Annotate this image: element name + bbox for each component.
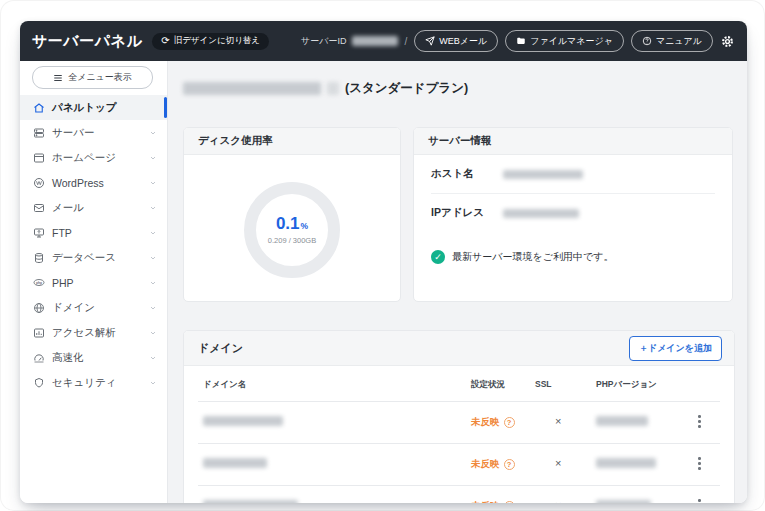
domain-card-header: ドメイン ＋ドメインを追加 (184, 331, 734, 366)
sidebar-item-domain[interactable]: ドメイン (20, 295, 167, 320)
php-version-redacted (596, 458, 656, 468)
chevron-down-icon (149, 354, 157, 362)
chevron-down-icon (149, 204, 157, 212)
status-badge: 未反映 ? (471, 500, 515, 503)
status-badge: 未反映 ? (471, 416, 515, 429)
svg-text:php: php (36, 281, 42, 285)
server-env-status: ✓ 最新サーバー環境をご利用中です。 (431, 250, 715, 264)
help-icon[interactable]: ? (504, 501, 515, 503)
server-id-label: サーバーID (301, 35, 346, 48)
file-manager-button[interactable]: ファイルマネージャ (505, 30, 624, 52)
account-name-redacted (183, 82, 321, 95)
help-icon[interactable]: ? (504, 417, 515, 428)
chevron-down-icon (149, 129, 157, 137)
sidebar-item-speed[interactable]: 高速化 (20, 345, 167, 370)
sidebar-item-panel-top[interactable]: パネルトップ (20, 95, 167, 120)
chevron-down-icon (149, 229, 157, 237)
sidebar-item-database[interactable]: データベース (20, 245, 167, 270)
status-badge: 未反映 ? (471, 458, 515, 471)
gear-icon[interactable] (720, 34, 735, 49)
domain-name-redacted (203, 416, 283, 426)
col-ssl: SSL (535, 379, 552, 389)
ftp-icon (33, 227, 45, 239)
ip-address-row: IPアドレス (431, 194, 715, 232)
server-env-message: 最新サーバー環境をご利用中です。 (452, 250, 613, 264)
database-icon (33, 252, 45, 264)
kebab-menu-icon[interactable] (696, 455, 703, 472)
domain-card: ドメイン ＋ドメインを追加 ドメイン名 設定状況 SSL PHPバージョン 未反… (183, 330, 735, 503)
chevron-down-icon (149, 279, 157, 287)
server-info-card: サーバー情報 ホスト名 IPアドレス ✓ 最新サーバー環境をご利用中です。 (413, 127, 733, 302)
app-title: サーバーパネル (32, 32, 142, 51)
col-status: 設定状況 (471, 379, 505, 391)
host-name-label: ホスト名 (431, 167, 503, 181)
sidebar-item-server[interactable]: サーバー (20, 120, 167, 145)
help-icon[interactable]: ? (504, 459, 515, 470)
chevron-down-icon (149, 329, 157, 337)
sidebar-item-mail[interactable]: メール (20, 195, 167, 220)
add-domain-button[interactable]: ＋ドメインを追加 (629, 336, 722, 361)
webmail-button[interactable]: WEBメール (414, 30, 498, 52)
kebab-menu-icon[interactable] (696, 413, 703, 430)
question-circle-icon (642, 36, 652, 46)
domain-name-redacted (203, 458, 267, 468)
domain-table-row[interactable]: 未反映 ? × (184, 401, 734, 443)
sidebar-item-access-analytics[interactable]: アクセス解析 (20, 320, 167, 345)
sidebar: 全メニュー表示 パネルトップ サーバー ホームページ WordPress (20, 61, 168, 503)
analytics-icon (33, 327, 45, 339)
disk-usage-title: ディスク使用率 (184, 128, 400, 155)
chevron-down-icon (149, 254, 157, 262)
sidebar-item-ftp[interactable]: FTP (20, 220, 167, 245)
disk-usage-percent: 0.1 % (276, 214, 308, 234)
wordpress-icon (33, 177, 45, 189)
kebab-menu-icon[interactable] (696, 497, 703, 503)
all-menu-button[interactable]: 全メニュー表示 (32, 66, 153, 89)
disk-usage-card: ディスク使用率 0.1 % 0.209 / 300GB (183, 127, 401, 302)
php-version-redacted (596, 416, 648, 426)
switch-design-icon: ⟳ (161, 36, 169, 46)
manual-button[interactable]: マニュアル (631, 30, 713, 52)
host-name-value-redacted (503, 170, 583, 179)
check-circle-icon: ✓ (431, 250, 445, 264)
chevron-down-icon (149, 154, 157, 162)
php-icon: php (33, 277, 45, 289)
globe-icon (33, 302, 45, 314)
header-separator: / (405, 36, 408, 47)
folder-icon (516, 36, 526, 46)
ssl-status: × (555, 499, 561, 503)
disk-usage-donut-chart: 0.1 % 0.209 / 300GB (244, 182, 340, 278)
switch-old-design-button[interactable]: ⟳ 旧デザインに切り替え (152, 33, 269, 50)
account-name-redacted-2 (327, 82, 339, 95)
server-icon (33, 127, 45, 139)
browser-icon (33, 152, 45, 164)
ip-address-value-redacted (503, 209, 579, 218)
domain-table-row[interactable]: 未反映 ? × (184, 443, 734, 485)
sidebar-item-homepage[interactable]: ホームページ (20, 145, 167, 170)
server-id: サーバーID (301, 35, 397, 48)
domain-title: ドメイン (198, 341, 243, 356)
account-title: (スタンダードプラン) (183, 80, 468, 97)
main-content: (スタンダードプラン) ディスク使用率 0.1 % 0.209 / 300GB … (168, 61, 747, 503)
disk-usage-amount: 0.209 / 300GB (268, 236, 316, 245)
sidebar-nav: パネルトップ サーバー ホームページ WordPress メール (20, 95, 167, 395)
mail-icon (33, 202, 45, 214)
php-version-redacted (596, 500, 651, 503)
paper-plane-icon (425, 36, 435, 46)
server-info-title: サーバー情報 (414, 128, 732, 155)
sidebar-item-security[interactable]: セキュリティ (20, 370, 167, 395)
server-id-value-redacted (352, 36, 398, 46)
ssl-status: × (555, 457, 561, 469)
ssl-status: × (555, 415, 561, 427)
speed-icon (33, 352, 45, 364)
chevron-down-icon (149, 379, 157, 387)
shield-icon (33, 377, 45, 389)
domain-table-row[interactable]: 未反映 ? × (184, 485, 734, 503)
chevron-down-icon (149, 179, 157, 187)
domain-name-redacted (203, 500, 298, 503)
server-panel-window: サーバーパネル ⟳ 旧デザインに切り替え サーバーID / WEBメール ファイ… (20, 21, 747, 503)
chevron-down-icon (149, 304, 157, 312)
top-header: サーバーパネル ⟳ 旧デザインに切り替え サーバーID / WEBメール ファイ… (20, 21, 747, 61)
sidebar-item-php[interactable]: php PHP (20, 270, 167, 295)
col-domain-name: ドメイン名 (203, 379, 246, 391)
sidebar-item-wordpress[interactable]: WordPress (20, 170, 167, 195)
